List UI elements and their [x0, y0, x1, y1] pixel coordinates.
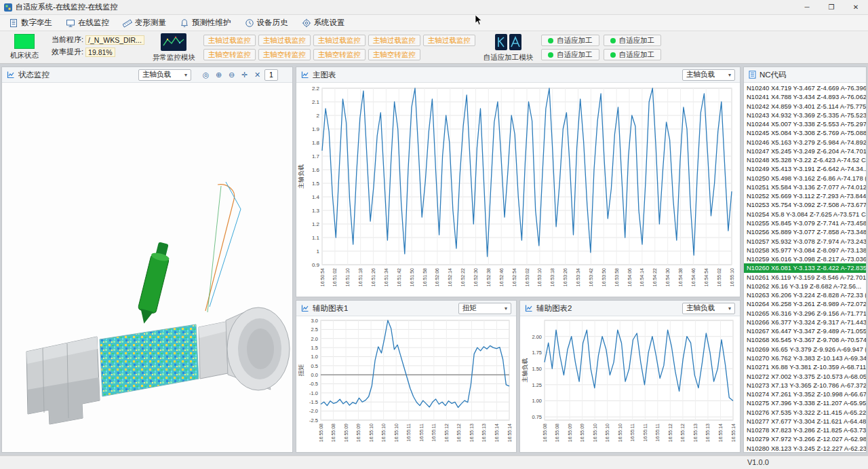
menu-item-4[interactable]: 预测性维护 [174, 16, 237, 29]
view-signal-select[interactable]: 主轴负载 ▾ [138, 69, 191, 81]
main-chart-body[interactable]: 0.911.11.21.31.41.51.61.71.81.922.12.216… [296, 83, 740, 297]
idle-monitor-button[interactable]: 主轴空转监控 [368, 49, 420, 60]
nc-line[interactable]: N10252 X5.669 Y-3.112 Z-7.293 A-73.844 [744, 191, 866, 200]
nc-line[interactable]: N10276 X7.535 Y-3.322 Z-11.415 A-65.22..… [744, 408, 866, 417]
nc-line[interactable]: N10244 X5.007 Y-3.338 Z-5.553 A-75.297 [744, 119, 866, 128]
aux-chart2-body[interactable]: 0.751.001.251.501.752.0016:55:0816:55:08… [520, 316, 740, 452]
nc-line[interactable]: N10261 X6.119 Y-3.159 Z-8.546 A-72.701 [744, 273, 866, 282]
nc-line[interactable]: N10263 X6.206 Y-3.224 Z-8.828 A-72.33 (.… [744, 290, 866, 299]
svg-text:主轴负载: 主轴负载 [521, 358, 528, 383]
fit-view-button[interactable]: ✛ [239, 69, 250, 81]
status-dot-icon [548, 52, 553, 58]
machine-status-indicator [14, 34, 35, 49]
idle-monitor-button[interactable]: 主轴空转监控 [258, 49, 311, 60]
nc-line[interactable]: N10257 X5.932 Y-3.078 Z-7.974 A-73.243 [744, 237, 866, 246]
adaptive-machining-button[interactable]: 自适应加工 [541, 35, 599, 46]
svg-text:16:50:54: 16:50:54 [320, 268, 325, 286]
chevron-down-icon: ▾ [184, 72, 187, 78]
nc-line[interactable]: N10267 X6.447 Y-3.347 Z-9.489 A-71.055 [744, 326, 866, 335]
overload-monitor-button[interactable]: 主轴过载监控 [423, 35, 475, 46]
aux-chart2-signal-select[interactable]: 主轴负载 ▾ [682, 303, 735, 314]
maximize-icon[interactable]: ❐ [819, 0, 844, 14]
view-toolbar: ◎ ⊕ ⊖ ✛ ✕ [200, 69, 278, 81]
nc-line[interactable]: N10247 X5.245 Y-3.249 Z-6.204 A-74.701 [744, 147, 866, 155]
nc-line[interactable]: N10273 X7.13 Y-3.365 Z-10.786 A-67.372 [744, 381, 866, 390]
nc-line-current[interactable]: N10260 X6.081 Y-3.133 Z-8.422 A-72.835 [744, 263, 866, 272]
nc-code-list[interactable]: N10240 X4.719 Y-3.467 Z-4.669 A-76.396N1… [744, 83, 866, 452]
nc-line[interactable]: N10266 X6.377 Y-3.324 Z-9.317 A-71.443 [744, 318, 866, 326]
nc-line[interactable]: N10250 X5.498 Y-3.162 Z-6.86 A-74.178 (.… [744, 174, 866, 183]
nc-line[interactable]: N10258 X5.977 Y-3.084 Z-8.097 A-73.138 [744, 246, 866, 255]
nc-line[interactable]: N10242 X4.859 Y-3.401 Z-5.114 A-75.775 [744, 102, 866, 111]
svg-text:16:51:42: 16:51:42 [397, 268, 401, 286]
nc-line[interactable]: N10269 X6.65 Y-3.379 Z-9.926 A-69.947 (.… [744, 345, 866, 354]
minimize-icon[interactable]: ─ [795, 0, 819, 14]
svg-text:0.75: 0.75 [532, 414, 542, 420]
idle-monitor-button[interactable]: 主轴空转监控 [203, 49, 256, 60]
main-content: 状态监控 主轴负载 ▾ ◎ ⊕ ⊖ ✛ ✕ [0, 64, 868, 455]
nc-line[interactable]: N10245 X5.084 Y-3.308 Z-5.769 A-75.088 [744, 128, 866, 137]
svg-text:16:55:10: 16:55:10 [369, 424, 374, 442]
nc-line[interactable]: N10277 X7.677 Y-3.304 Z-11.621 A-64.48..… [744, 417, 866, 426]
anomaly-module-icon [161, 33, 186, 51]
view-count-input[interactable] [264, 69, 278, 81]
main-chart-signal-select[interactable]: 主轴负载 ▾ [682, 69, 735, 81]
svg-text:16:54:38: 16:54:38 [678, 268, 683, 286]
adaptive-machining-button[interactable]: 自适应加工 [604, 35, 662, 46]
nc-line[interactable]: N10268 X6.545 Y-3.367 Z-9.708 A-70.574 [744, 335, 866, 344]
nc-line[interactable]: N10279 X7.972 Y-3.266 Z-12.027 A-62.98..… [744, 434, 866, 443]
overload-monitor-button[interactable]: 主轴过载监控 [313, 35, 366, 46]
close-icon[interactable]: ✕ [844, 0, 868, 14]
nc-line[interactable]: N10246 X5.163 Y-3.279 Z-5.984 A-74.892 [744, 138, 866, 147]
nc-line[interactable]: N10240 X4.719 Y-3.467 Z-4.669 A-76.396 [744, 83, 866, 92]
svg-text:16:53:34: 16:53:34 [576, 268, 580, 286]
reset-view-button[interactable]: ◎ [200, 69, 212, 81]
nc-line[interactable]: N10254 X5.8 Y-3.084 Z-7.625 A-73.571 C..… [744, 210, 866, 219]
adaptive-machining-button[interactable]: 自适应加工 [604, 49, 662, 60]
nc-line[interactable]: N10253 X5.754 Y-3.092 Z-7.508 A-73.677 [744, 200, 866, 209]
nc-line[interactable]: N10274 X7.261 Y-3.352 Z-10.998 A-66.67..… [744, 390, 866, 398]
nc-line[interactable]: N10280 X8.123 Y-3.245 Z-12.227 A-62.23..… [744, 444, 866, 452]
svg-text:1.1: 1.1 [312, 235, 320, 241]
nc-line[interactable]: N10278 X7.823 Y-3.286 Z-11.825 A-63.73..… [744, 426, 866, 434]
svg-text:2.2: 2.2 [312, 86, 320, 92]
nc-line[interactable]: N10259 X6.016 Y-3.098 Z-8.217 A-73.036 [744, 255, 866, 263]
overload-monitor-button[interactable]: 主轴过载监控 [203, 35, 256, 46]
nc-line[interactable]: N10249 X5.413 Y-3.191 Z-6.642 A-74.34... [744, 164, 866, 173]
nc-line[interactable]: N10262 X6.16 Y-3.19 Z-8.682 A-72.56... [744, 282, 866, 290]
zoom-out-button[interactable]: ⊖ [226, 69, 237, 81]
zoom-in-button[interactable]: ⊕ [213, 69, 224, 81]
menu-item-3[interactable]: 变形测量 [117, 16, 172, 29]
svg-text:16:55:13: 16:55:13 [469, 424, 474, 442]
select-value: 主轴负载 [686, 303, 715, 313]
aux-chart1-signal-select[interactable]: 扭矩 ▾ [458, 303, 511, 314]
aux-chart1-body[interactable]: -2.5-2.0-1.5-1.0-0.50.00.51.01.52.02.53.… [296, 316, 516, 452]
nc-line[interactable]: N10265 X6.316 Y-3.296 Z-9.156 A-71.771 [744, 309, 866, 318]
select-value: 扭矩 [462, 303, 477, 313]
idle-monitor-button[interactable]: 主轴空转监控 [313, 49, 366, 60]
nc-line[interactable]: N10255 X5.845 Y-3.079 Z-7.741 A-73.458 [744, 219, 866, 227]
machine-3d-view[interactable] [2, 83, 292, 452]
menu-item-6[interactable]: 系统设置 [296, 16, 351, 29]
svg-text:3.0: 3.0 [311, 318, 318, 324]
nc-line[interactable]: N10256 X5.889 Y-3.077 Z-7.858 A-73.348 [744, 227, 866, 236]
close-view-button[interactable]: ✕ [252, 69, 263, 81]
nc-line[interactable]: N10251 X5.584 Y-3.136 Z-7.077 A-74.012 [744, 183, 866, 191]
nc-line[interactable]: N10248 X5.328 Y-3.22 Z-6.423 A-74.52 C..… [744, 155, 866, 164]
nc-line[interactable]: N10275 X7.396 Y-3.338 Z-11.207 A-65.95..… [744, 398, 866, 407]
svg-text:16:53:02: 16:53:02 [525, 268, 530, 286]
nc-line[interactable]: N10243 X4.932 Y-3.369 Z-5.335 A-75.523 [744, 111, 866, 119]
overload-monitor-button[interactable]: 主轴过载监控 [368, 35, 420, 46]
svg-text:-1.5: -1.5 [309, 399, 318, 405]
nc-line[interactable]: N10272 X7.002 Y-3.375 Z-10.573 A-68.05..… [744, 372, 866, 381]
menu-item-5[interactable]: 设备历史 [239, 16, 294, 29]
nc-line[interactable]: N10271 X6.88 Y-3.381 Z-10.359 A-68.711 [744, 362, 866, 371]
nc-line[interactable]: N10270 X6.762 Y-3.383 Z-10.143 A-69.34..… [744, 354, 866, 362]
overload-monitor-button[interactable]: 主轴过载监控 [258, 35, 311, 46]
menu-item-2[interactable]: 在线监控 [60, 16, 115, 29]
nc-line[interactable]: N10241 X4.788 Y-3.434 Z-4.893 A-76.062 [744, 92, 866, 101]
menu-item-1[interactable]: 数字孪生 [3, 16, 58, 29]
svg-text:16:51:34: 16:51:34 [384, 268, 389, 286]
nc-line[interactable]: N10264 X6.258 Y-3.261 Z-8.989 A-72.072 [744, 299, 866, 308]
adaptive-machining-button[interactable]: 自适应加工 [541, 49, 599, 60]
